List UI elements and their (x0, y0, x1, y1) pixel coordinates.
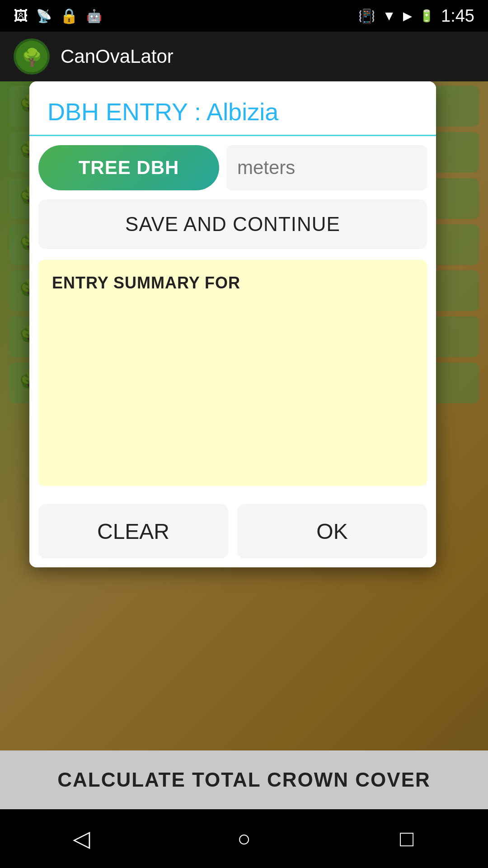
android-icon: 🤖 (86, 9, 102, 24)
save-continue-button[interactable]: SAVE AND CONTINUE (38, 199, 427, 249)
app-logo-svg: 🌳 (16, 41, 47, 72)
recents-button[interactable]: □ (380, 821, 434, 857)
ok-button[interactable]: OK (237, 504, 427, 558)
entry-summary-label: ENTRY SUMMARY FOR (52, 274, 240, 292)
signal-icon: ▶ (403, 9, 412, 23)
status-icons-left: 🖼 📡 🔒 🤖 (14, 7, 102, 24)
back-icon: ◁ (73, 826, 90, 852)
lock-icon: 🔒 (60, 7, 78, 24)
home-icon: ○ (237, 826, 251, 852)
recents-icon: □ (400, 826, 413, 852)
battery-icon: 🔋 (419, 9, 434, 23)
calculate-crown-cover-button[interactable]: CALCULATE TOTAL CROWN COVER (0, 750, 488, 809)
dialog-title: DBH ENTRY : Albizia (47, 98, 278, 125)
cast-icon: 📡 (36, 9, 52, 24)
app-title: CanOvaLator (61, 46, 174, 67)
status-bar: 🖼 📡 🔒 🤖 📳 ▼ ▶ 🔋 1:45 (0, 0, 488, 32)
app-toolbar: 🌳 CanOvaLator (0, 32, 488, 81)
clear-button[interactable]: CLEAR (38, 504, 228, 558)
dialog-header: DBH ENTRY : Albizia (29, 81, 436, 136)
status-time: 1:45 (441, 6, 474, 26)
image-icon: 🖼 (14, 8, 28, 24)
dbh-input-wrapper (226, 145, 427, 190)
vibrate-icon: 📳 (358, 8, 375, 24)
wifi-icon: ▼ (382, 8, 396, 24)
entry-summary-area: ENTRY SUMMARY FOR (38, 260, 427, 486)
svg-text:🌳: 🌳 (21, 47, 43, 68)
dialog-bottom-buttons: CLEAR OK (29, 495, 436, 567)
back-button[interactable]: ◁ (54, 821, 108, 857)
dbh-input[interactable] (226, 145, 427, 190)
app-logo: 🌳 (14, 38, 50, 75)
home-button[interactable]: ○ (217, 821, 271, 857)
status-icons-right: 📳 ▼ ▶ 🔋 1:45 (358, 6, 474, 26)
tree-dbh-button[interactable]: TREE DBH (38, 145, 219, 190)
input-row: TREE DBH (29, 136, 436, 199)
dialog: DBH ENTRY : Albizia TREE DBH SAVE AND CO… (29, 81, 436, 567)
nav-bar: ◁ ○ □ (0, 809, 488, 868)
